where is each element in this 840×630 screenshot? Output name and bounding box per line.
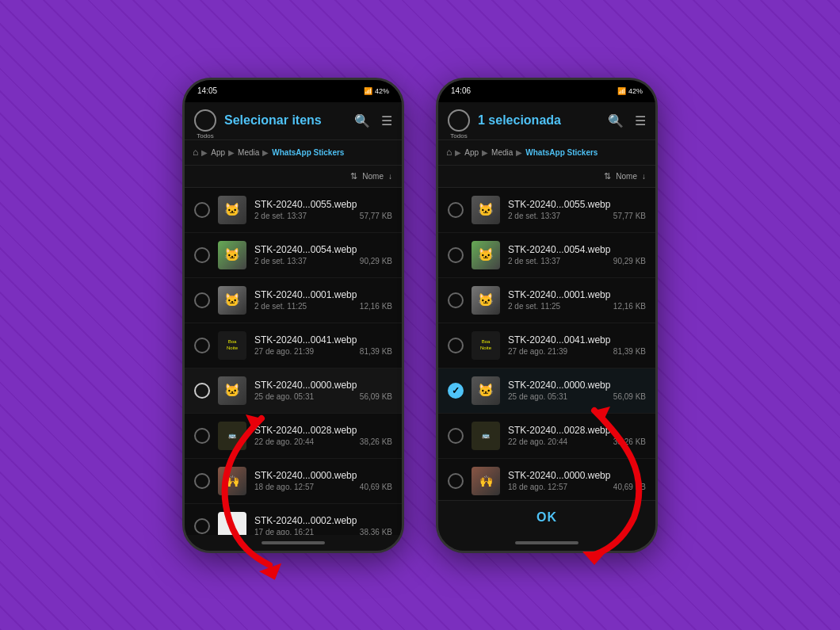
sep3-right: ▶	[516, 148, 522, 157]
file-name-right-5: STK-20240...0028.webp	[508, 425, 646, 436]
checkbox-right-5[interactable]	[448, 428, 464, 444]
breadcrumb-media-right[interactable]: Media	[491, 148, 513, 157]
top-bar-title-left: Selecionar itens	[224, 113, 346, 128]
search-icon-right[interactable]: 🔍	[608, 113, 624, 128]
menu-icon-right[interactable]: ☰	[635, 113, 646, 128]
file-date-left-4: 25 de ago. 05:31	[254, 392, 314, 401]
checkbox-left-2[interactable]	[194, 292, 210, 308]
file-date-right-4: 25 de ago. 05:31	[508, 392, 567, 401]
sort-label-left[interactable]: Nome	[362, 172, 384, 181]
checkbox-left-6[interactable]	[194, 473, 210, 489]
checkbox-right-2[interactable]	[448, 292, 464, 308]
file-size-left-6: 40,69 KB	[360, 483, 392, 491]
sep1-left: ▶	[201, 148, 208, 157]
checkbox-left-3[interactable]	[194, 338, 210, 353]
checkbox-left-7[interactable]	[194, 518, 210, 534]
file-item-left-7[interactable]: STK-20240...0002.webp 17 de ago. 16:21 3…	[185, 504, 402, 535]
file-item-left-0[interactable]: 🐱 STK-20240...0055.webp 2 de set. 13:37 …	[185, 188, 402, 233]
file-name-right-3: STK-20240...0041.webp	[508, 334, 646, 346]
checkbox-right-4[interactable]: ✓	[448, 383, 464, 399]
status-bar-left: 14:05 📶 42%	[185, 80, 402, 102]
file-name-left-0: STK-20240...0055.webp	[254, 199, 392, 210]
file-item-right-5[interactable]: 🚌 STK-20240...0028.webp 22 de ago. 20:44…	[438, 414, 655, 459]
top-bar-icons-right: 🔍 ☰	[608, 113, 646, 128]
checkbox-right-0[interactable]	[448, 202, 464, 218]
file-item-right-2[interactable]: 🐱 STK-20240...0001.webp 2 de set. 11:25 …	[438, 278, 655, 323]
wifi-icon-right: 📶	[617, 87, 626, 95]
file-meta-right-3: 27 de ago. 21:39 81,39 KB	[508, 347, 646, 356]
file-name-left-3: STK-20240...0041.webp	[254, 334, 392, 346]
thumb-left-5: 🚌	[218, 422, 246, 450]
home-icon-right[interactable]: ⌂	[446, 147, 452, 158]
file-item-left-6[interactable]: 🙌 STK-20240...0000.webp 18 de ago. 12:57…	[185, 459, 402, 504]
sep2-right: ▶	[482, 148, 488, 157]
menu-icon-left[interactable]: ☰	[381, 113, 392, 128]
file-item-right-4[interactable]: ✓ 🐱 STK-20240...0000.webp 25 de ago. 05:…	[438, 368, 655, 414]
file-item-left-2[interactable]: 🐱 STK-20240...0001.webp 2 de set. 11:25 …	[185, 278, 402, 323]
sort-icon-right[interactable]: ⇅	[604, 171, 611, 181]
select-all-circle-left[interactable]	[194, 109, 216, 132]
top-bar-title-right: 1 selecionada	[478, 113, 600, 128]
checkbox-left-5[interactable]	[194, 428, 210, 444]
file-date-right-0: 2 de set. 13:37	[508, 212, 560, 220]
thumb-right-4: 🐱	[472, 376, 500, 405]
phone-left: 14:05 📶 42% Todos Selecionar itens	[182, 78, 404, 553]
file-size-right-2: 12,16 KB	[613, 302, 646, 311]
checkbox-left-1[interactable]	[194, 247, 210, 263]
breadcrumb-app-right[interactable]: App	[464, 148, 479, 157]
ok-bar-right: OK	[438, 500, 655, 535]
file-info-left-5: STK-20240...0028.webp 22 de ago. 20:44 3…	[254, 425, 392, 446]
select-all-circle-right[interactable]	[448, 109, 470, 132]
sort-icon-left[interactable]: ⇅	[350, 171, 357, 181]
ok-button-right[interactable]: OK	[536, 510, 557, 525]
file-item-left-1[interactable]: 🐱 STK-20240...0054.webp 2 de set. 13:37 …	[185, 233, 402, 278]
file-info-left-3: STK-20240...0041.webp 27 de ago. 21:39 8…	[254, 334, 392, 356]
file-item-right-0[interactable]: 🐱 STK-20240...0055.webp 2 de set. 13:37 …	[438, 188, 655, 233]
file-item-left-4[interactable]: 🐱 STK-20240...0000.webp 25 de ago. 05:31…	[185, 368, 402, 414]
file-meta-left-2: 2 de set. 11:25 12,16 KB	[254, 302, 392, 311]
file-info-left-7: STK-20240...0002.webp 17 de ago. 16:21 3…	[254, 515, 392, 535]
battery-right: 42%	[628, 87, 643, 95]
checkbox-right-3[interactable]	[448, 338, 464, 353]
file-size-right-1: 90,29 KB	[613, 257, 646, 265]
thumb-right-0: 🐱	[472, 196, 500, 224]
checkbox-left-0[interactable]	[194, 202, 210, 218]
sort-order-right[interactable]: ↓	[642, 172, 646, 181]
breadcrumb-active-left[interactable]: WhatsApp Stickers	[272, 148, 344, 157]
thumb-left-1: 🐱	[218, 241, 246, 269]
file-meta-right-4: 25 de ago. 05:31 56,09 KB	[508, 392, 646, 401]
file-info-left-1: STK-20240...0054.webp 2 de set. 13:37 90…	[254, 244, 392, 265]
sort-order-left[interactable]: ↓	[388, 172, 392, 181]
file-name-left-6: STK-20240...0000.webp	[254, 470, 392, 481]
thumb-left-0: 🐱	[218, 196, 246, 224]
thumb-right-1: 🐱	[472, 241, 500, 269]
checkbox-right-1[interactable]	[448, 247, 464, 263]
time-left: 14:05	[197, 86, 217, 95]
file-name-left-4: STK-20240...0000.webp	[254, 380, 392, 391]
file-date-right-5: 22 de ago. 20:44	[508, 437, 567, 446]
sort-label-right[interactable]: Nome	[616, 172, 637, 181]
home-bar-right	[515, 541, 578, 544]
phones-container: 14:05 📶 42% Todos Selecionar itens	[182, 78, 658, 553]
file-info-right-6: STK-20240...0000.webp 18 de ago. 12:57 4…	[508, 470, 646, 491]
home-icon-left[interactable]: ⌂	[193, 147, 198, 158]
file-list-left: 🐱 STK-20240...0055.webp 2 de set. 13:37 …	[185, 188, 402, 535]
thumb-right-2: 🐱	[472, 286, 500, 315]
file-name-right-2: STK-20240...0001.webp	[508, 289, 646, 300]
file-item-right-6[interactable]: 🙌 STK-20240...0000.webp 18 de ago. 12:57…	[438, 459, 655, 500]
file-name-left-5: STK-20240...0028.webp	[254, 425, 392, 436]
breadcrumb-active-right[interactable]: WhatsApp Stickers	[525, 148, 598, 157]
file-item-right-1[interactable]: 🐱 STK-20240...0054.webp 2 de set. 13:37 …	[438, 233, 655, 278]
checkbox-right-6[interactable]	[448, 473, 464, 489]
search-icon-left[interactable]: 🔍	[354, 113, 370, 128]
file-size-right-3: 81,39 KB	[613, 347, 646, 356]
file-item-left-3[interactable]: BoaNoite STK-20240...0041.webp 27 de ago…	[185, 323, 402, 368]
file-item-left-5[interactable]: 🚌 STK-20240...0028.webp 22 de ago. 20:44…	[185, 414, 402, 459]
checkbox-left-4[interactable]	[194, 383, 210, 399]
file-name-left-2: STK-20240...0001.webp	[254, 289, 392, 300]
file-meta-left-5: 22 de ago. 20:44 38,26 KB	[254, 437, 392, 446]
breadcrumb-app-left[interactable]: App	[211, 148, 225, 157]
file-item-right-3[interactable]: BoaNoite STK-20240...0041.webp 27 de ago…	[438, 323, 655, 368]
breadcrumb-media-left[interactable]: Media	[238, 148, 259, 157]
file-info-right-4: STK-20240...0000.webp 25 de ago. 05:31 5…	[508, 380, 646, 401]
